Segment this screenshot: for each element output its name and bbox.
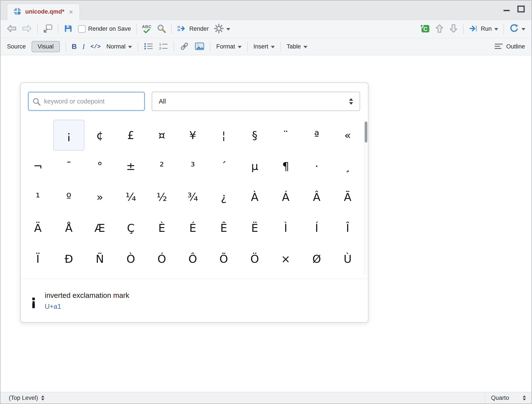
character-cell[interactable]: ° — [84, 151, 115, 182]
visual-mode-button[interactable]: Visual — [32, 41, 60, 52]
character-cell[interactable]: ³ — [177, 151, 208, 182]
source-rerun-button[interactable] — [509, 24, 526, 34]
rstudio-source-pane: unicode.qmd* × — [0, 0, 532, 404]
character-cell[interactable]: ¥ — [177, 120, 208, 151]
character-cell[interactable]: Ï — [22, 243, 53, 274]
character-cell[interactable]: ¦ — [208, 120, 239, 151]
character-cell[interactable]: ¢ — [84, 120, 115, 151]
maximize-pane-icon[interactable] — [517, 5, 526, 14]
character-cell[interactable]: » — [84, 182, 115, 213]
render-on-save-checkbox[interactable] — [78, 25, 86, 33]
character-cell[interactable]: ¾ — [177, 182, 208, 213]
symbol-search-input[interactable] — [29, 93, 144, 110]
character-cell[interactable]: Õ — [208, 243, 239, 274]
character-cell[interactable]: Í — [301, 213, 332, 243]
character-cell[interactable]: × — [270, 243, 301, 274]
character-cell[interactable]: Ë — [239, 213, 270, 243]
separator — [58, 24, 58, 34]
character-cell[interactable]: ¼ — [115, 182, 146, 213]
render-on-save-control[interactable]: Render on Save — [78, 25, 131, 33]
paragraph-style-dropdown[interactable]: Normal — [106, 43, 132, 50]
character-cell[interactable]: Ê — [208, 213, 239, 243]
character-cell[interactable]: Ç — [115, 213, 146, 243]
character-cell[interactable]: Ñ — [84, 243, 115, 274]
image-icon[interactable] — [195, 42, 204, 51]
editor-canvas[interactable]: All ¡¢£¤¥¦§¨ª«¬¯°±²³´µ¶·¸¹º»¼½¾¿ÀÁÂÃÄÅÆÇ… — [0, 55, 532, 392]
character-cell[interactable]: ¿ — [208, 182, 239, 213]
main-toolbar: Render on Save ABC Render — [0, 20, 532, 38]
inline-code-button[interactable]: </> — [90, 44, 101, 50]
italic-button[interactable]: I — [82, 43, 85, 51]
editor-tab-unicode-qmd[interactable]: unicode.qmd* × — [7, 4, 80, 20]
character-cell[interactable]: § — [239, 120, 270, 151]
character-cell[interactable]: Ù — [332, 243, 363, 274]
character-cell[interactable]: ª — [301, 120, 332, 151]
character-cell[interactable]: ¹ — [22, 182, 53, 213]
spellcheck-icon[interactable]: ABC — [142, 25, 152, 33]
table-menu[interactable]: Table — [287, 43, 307, 50]
document-format-selector[interactable]: Quarto — [485, 392, 532, 404]
character-cell[interactable]: Ó — [146, 243, 177, 274]
character-cell[interactable]: Ô — [177, 243, 208, 274]
character-cell[interactable]: Ì — [270, 213, 301, 243]
character-cell[interactable]: ¸ — [332, 151, 363, 182]
insert-menu[interactable]: Insert — [253, 43, 275, 50]
bullet-list-icon[interactable] — [144, 42, 153, 51]
character-cell[interactable]: ¬ — [22, 151, 53, 182]
open-in-new-window-icon[interactable] — [43, 24, 53, 34]
character-cell[interactable]: · — [301, 151, 332, 182]
character-cell[interactable]: ½ — [146, 182, 177, 213]
scrollbar-track[interactable] — [364, 120, 368, 275]
character-cell[interactable]: µ — [239, 151, 270, 182]
character-cell[interactable]: Á — [270, 182, 301, 213]
character-cell[interactable]: Å — [53, 213, 84, 243]
format-menu[interactable]: Format — [216, 43, 242, 50]
svg-text:C: C — [424, 26, 428, 32]
character-cell[interactable]: « — [332, 120, 363, 151]
scope-selector[interactable]: (Top Level) — [0, 395, 44, 401]
character-cell[interactable]: ² — [146, 151, 177, 182]
run-button[interactable]: Run — [469, 24, 498, 34]
character-cell[interactable]: È — [146, 213, 177, 243]
scrollbar-thumb[interactable] — [365, 121, 367, 143]
numbered-list-icon[interactable]: 1 2 — [159, 42, 168, 51]
character-cell[interactable]: Ò — [115, 243, 146, 274]
character-cell[interactable]: Ð — [53, 243, 84, 274]
minimize-pane-icon[interactable] — [502, 5, 511, 14]
back-icon[interactable] — [6, 24, 17, 34]
character-cell[interactable]: É — [177, 213, 208, 243]
character-cell[interactable]: ¯ — [53, 151, 84, 182]
character-cell[interactable]: £ — [115, 120, 146, 151]
character-cell[interactable]: Ø — [301, 243, 332, 274]
character-cell[interactable]: Ã — [332, 182, 363, 213]
find-icon[interactable] — [157, 24, 166, 34]
character-cell[interactable]: Â — [301, 182, 332, 213]
character-cell-selected[interactable]: ¡ — [53, 120, 84, 151]
jump-up-icon[interactable] — [435, 24, 444, 34]
character-cell[interactable]: Æ — [84, 213, 115, 243]
character-cell[interactable]: À — [239, 182, 270, 213]
character-cell[interactable]: º — [53, 182, 84, 213]
symbol-category-select[interactable]: All — [152, 92, 360, 111]
character-cell[interactable]: ¶ — [270, 151, 301, 182]
link-icon[interactable] — [180, 42, 189, 52]
character-cell[interactable]: ¤ — [146, 120, 177, 151]
forward-icon[interactable] — [22, 24, 32, 34]
tab-title: unicode.qmd* — [25, 8, 64, 15]
character-cell[interactable] — [22, 120, 53, 151]
render-button[interactable]: Render — [177, 24, 209, 34]
character-cell[interactable]: Î — [332, 213, 363, 243]
outline-toggle[interactable]: Outline — [494, 43, 525, 50]
save-icon[interactable] — [63, 24, 73, 34]
source-mode-button[interactable]: Source — [7, 43, 26, 50]
character-cell[interactable]: ¨ — [270, 120, 301, 151]
character-cell[interactable]: Ä — [22, 213, 53, 243]
bold-button[interactable]: B — [72, 43, 77, 51]
character-cell[interactable]: Ö — [239, 243, 270, 274]
character-cell[interactable]: ´ — [208, 151, 239, 182]
jump-down-icon[interactable] — [449, 24, 458, 34]
render-options-button[interactable] — [214, 24, 230, 34]
character-cell[interactable]: ± — [115, 151, 146, 182]
tab-close-icon[interactable]: × — [68, 8, 74, 16]
insert-chunk-icon[interactable]: C — [419, 24, 430, 34]
